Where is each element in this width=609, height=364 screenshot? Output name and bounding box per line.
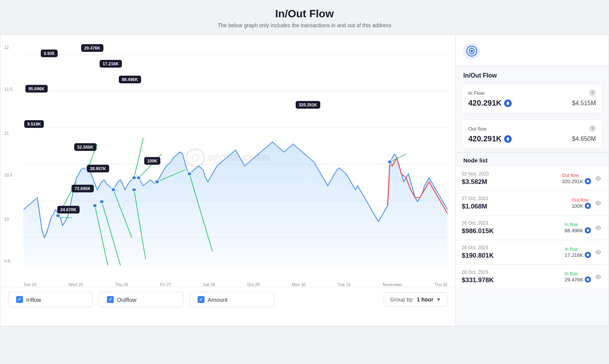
amount-legend[interactable]: ✓ Amount [190,292,274,307]
panel-title: In/Out Flow [456,66,609,81]
token-icon [463,43,480,60]
x-label-sat28: Sat 28 [203,282,215,287]
node-list: 02 Nov, 2023 $3.582M Out flow 320.291K [456,167,609,326]
node-eye-2[interactable] [594,199,602,207]
group-by-label: Group by: [390,296,414,303]
node-item-1: 02 Nov, 2023 $3.582M Out flow 320.291K [456,167,609,191]
node-token-2: 100K [572,203,591,209]
node-value-1: $3.582M [462,178,489,186]
inflow-checkbox[interactable]: ✓ [16,296,23,303]
svg-point-28 [187,172,192,176]
tooltip-100k: 100K [144,157,160,165]
node-type-5: In flow [565,271,591,276]
node-list-title: Node list [456,152,609,167]
tooltip-320291k: 320.291K [296,101,320,109]
amount-label: Amount [208,296,228,303]
outflow-token-amount: 420.291K [468,134,512,143]
x-label-fri27: Fri 27 [160,282,171,287]
node-type-4: In flow [565,247,591,252]
svg-point-20 [132,176,136,180]
node-date-3: 26 Oct, 2023 [462,220,494,226]
node-date-1: 02 Nov, 2023 [462,171,489,177]
tooltip-88496k: 88.496K [119,76,141,83]
inflow-chain-badge [504,99,512,107]
node-value-3: $986.015K [462,227,494,235]
node-type-3: In flow [565,222,591,227]
tooltip-17216k: 17.216K [100,60,122,68]
y-label-9-5: 9.5 [4,259,10,263]
x-label-oct29: Oct 29 [247,282,260,287]
node-type-2: Out flow [572,197,591,203]
inflow-label: Inflow [26,296,41,303]
node-item-5: 26 Oct, 2023 $331.978K In flow 29.476K [456,265,609,289]
svg-point-23 [111,188,116,192]
page-title: In/Out Flow [275,8,334,20]
panel-header [456,35,609,66]
x-label-wed25: Wed 25 [68,282,83,287]
y-label-11-5: 11.5 [4,87,12,91]
chart-svg [23,43,448,265]
chart-section: 12 11.5 11 10.5 10 9.5 [0,35,455,326]
outflow-legend[interactable]: ✓ Outflow [99,292,183,307]
tooltip-0935: 0.935 [41,50,58,57]
y-label-10-5: 10.5 [4,173,12,177]
svg-point-25 [100,200,104,204]
node-token-5: 29.476K [565,276,591,283]
svg-point-22 [155,180,160,184]
svg-point-24 [132,188,136,192]
tooltip-24670k: 24.670K [57,206,80,213]
right-panel: In/Out Flow In Flow ? 420.291K $4.515M [455,35,609,326]
node-date-4: 26 Oct, 2023 [462,245,494,250]
inflow-usd-amount: $4.515M [572,100,596,107]
outflow-label: Outflow [117,296,136,303]
node-value-2: $1.068M [462,203,488,210]
node-date-2: 27 Oct, 2023 [462,196,488,201]
y-label-11: 11 [4,131,9,136]
dropdown-arrow-icon: ▼ [436,297,441,302]
tooltip-73695k: 73.695K [72,185,94,192]
node-eye-5[interactable] [594,273,602,281]
svg-line-9 [134,138,143,178]
node-eye-4[interactable] [594,248,602,256]
y-label-10: 10 [4,217,9,222]
y-label-12: 12 [4,45,9,50]
group-by-control[interactable]: Group by: 1 hour ▼ [384,292,448,307]
tooltip-9519k: 9.519K [24,120,44,128]
x-label-mon30: Mon 30 [292,282,306,287]
outflow-info-icon[interactable]: ? [589,125,596,132]
inflow-info-icon[interactable]: ? [589,89,596,96]
node-item-3: 26 Oct, 2023 $986.015K In flow 88.496K [456,216,609,240]
chart-wrapper: 12 11.5 11 10.5 10 9.5 [0,35,455,281]
svg-point-19 [56,213,60,217]
x-label-thu02: Thu 02 [434,282,448,287]
page-subtitle: The below graph only includes the transa… [218,22,391,28]
outflow-checkbox[interactable]: ✓ [107,296,114,303]
node-token-4: 17.216K [565,252,591,258]
amount-checkbox[interactable]: ✓ [198,296,205,303]
inflow-type: In Flow [468,90,484,96]
outflow-card: Out flow ? 420.291K $4.650M [462,119,602,149]
node-token-3: 88.496K [565,227,591,233]
node-date-5: 26 Oct, 2023 [462,270,494,275]
svg-point-21 [136,176,141,180]
tooltip-95696k: 95.696K [25,85,48,93]
outflow-chain-badge [504,135,512,143]
x-label-tue24: Tue 24 [23,282,37,287]
svg-point-27 [388,160,392,164]
node-value-5: $331.978K [462,276,494,284]
inflow-card: In Flow ? 420.291K $4.515M [462,84,602,113]
inflow-legend[interactable]: ✓ Inflow [8,292,93,307]
svg-point-26 [93,204,97,207]
node-item-4: 26 Oct, 2023 $190.801K In flow 17.216K [456,240,609,265]
node-eye-1[interactable] [594,174,602,183]
tooltip-52566k: 52.566K [74,143,97,151]
tooltip-28957k: 28.957K [87,165,109,172]
tooltip-29476k: 29.476K [81,44,103,52]
node-type-1: Out flow [562,173,591,178]
svg-point-30 [471,50,473,52]
x-label-thu26: Thu 26 [115,282,128,287]
x-axis-labels: Tue 24 Wed 25 Thu 26 Fri 27 Sat 28 Oct 2… [0,281,455,287]
group-by-value: 1 hour [417,296,433,303]
outflow-type: Out flow [468,126,487,132]
node-eye-3[interactable] [594,223,602,232]
